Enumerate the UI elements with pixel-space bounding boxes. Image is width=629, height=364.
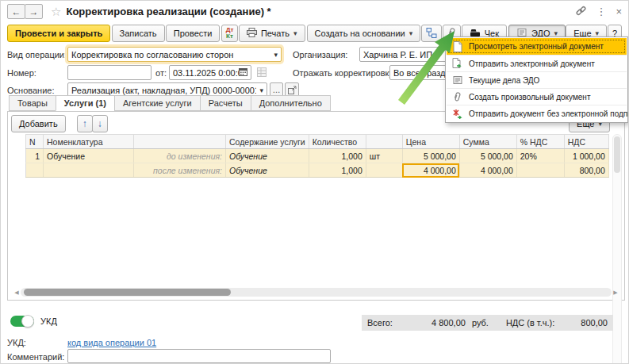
back-button[interactable]: ← [7, 4, 25, 19]
calendar-icon[interactable] [239, 67, 247, 78]
tab-goods[interactable]: Товары [9, 95, 56, 111]
vertical-scrollbar-thumb[interactable] [614, 136, 620, 173]
cell-price[interactable]: 5 000,00 [402, 149, 459, 163]
comment-label: Комментарий: [7, 352, 64, 362]
cell-vat-rate[interactable]: 20% [516, 149, 564, 163]
chevron-down-icon: ▾ [259, 86, 263, 94]
dropdown-caret: ▾ [293, 29, 297, 37]
get-link-icon[interactable] [576, 6, 586, 18]
col-unit [366, 135, 402, 149]
number-label: Номер: [7, 68, 36, 78]
horizontal-scrollbar[interactable]: ◀ ▶ [13, 287, 619, 297]
cell-vat[interactable]: 800,00 [564, 163, 608, 178]
date-input[interactable]: 03.11.2025 0:00:00 [169, 65, 251, 80]
col-vat: НДС [564, 135, 608, 149]
ukd-toggle[interactable] [10, 316, 34, 327]
move-down-button[interactable]: ↓ [92, 115, 108, 132]
print-button[interactable]: Печать▾ [239, 25, 305, 42]
table-row: 1 Обучение до изменения: Обучение 1,000 … [26, 149, 609, 163]
vertical-scrollbar[interactable] [612, 134, 622, 364]
cell-unit[interactable]: шт [366, 149, 402, 163]
ukd-operation-code-link[interactable]: код вида операции 01 [67, 338, 156, 347]
services-table: N Номенклатура Содержание услуги Количес… [25, 134, 609, 178]
tab-services[interactable]: Услуги (1) [56, 95, 114, 111]
window-menu-dots-icon[interactable]: ⋮ [596, 6, 606, 17]
tab-settlements[interactable]: Расчеты [200, 95, 251, 111]
cell-nomenclature[interactable]: Обучение [44, 149, 134, 163]
number-input[interactable] [67, 65, 151, 80]
close-icon[interactable]: × [616, 6, 622, 17]
titlebar: ← → ☆ Корректировка реализации (создание… [1, 1, 628, 22]
document-icon [451, 41, 463, 52]
menu-item-send-edocument[interactable]: Отправить электронный документ [447, 55, 627, 71]
cell-vat[interactable]: 1 000,00 [564, 149, 608, 163]
col-price: Цена [402, 135, 459, 149]
col-n: N [26, 135, 44, 149]
col-change [134, 135, 226, 149]
register-grid-icon [257, 67, 267, 79]
cell-sum[interactable]: 4 000,00 [459, 163, 516, 178]
currency-label: руб. [472, 318, 489, 328]
col-sum: Сумма [459, 135, 516, 149]
forward-button[interactable]: → [25, 4, 43, 19]
scroll-right-icon[interactable]: ▶ [612, 289, 619, 296]
col-qty: Количество [309, 135, 366, 149]
menu-item-send-without-signature[interactable]: Отправить документ без электронной подпи… [447, 105, 627, 121]
cell-n[interactable] [26, 163, 44, 178]
edo-tray-icon [451, 75, 463, 85]
ukd-label: УКД: [7, 338, 26, 347]
post-button[interactable]: Провести [166, 25, 221, 42]
basis-label: Основание: [7, 86, 54, 95]
kt-label: Кт [226, 33, 234, 40]
cell-change-label: до изменения: [134, 149, 226, 163]
menu-item-current-edo-tasks[interactable]: Текущие дела ЭДО [447, 71, 627, 88]
total-value: 4 800,00 [393, 318, 466, 328]
cell-content[interactable]: Обучение [226, 149, 309, 163]
printer-icon [247, 28, 257, 39]
favorite-star-icon[interactable]: ☆ [51, 5, 61, 19]
cell-change-label: после изменения: [134, 163, 226, 178]
cell-content[interactable]: Обучение [226, 163, 309, 178]
services-panel: Добавить ↑ ↓ Еще▾ N Номенклатура Содержа… [7, 111, 625, 301]
structure-icon [426, 28, 437, 40]
col-vat-rate: % НДС [516, 135, 564, 149]
col-nomenclature: Номенклатура [44, 135, 134, 149]
cell-nomenclature[interactable] [44, 163, 134, 178]
create-based-on-button[interactable]: Создать на основании▾ [307, 25, 421, 42]
table-row: после изменения: Обучение 1,000 4 000,00… [26, 163, 609, 178]
scroll-left-icon[interactable]: ◀ [13, 289, 21, 296]
cell-qty[interactable]: 1,000 [309, 163, 366, 178]
grid-toolbar: Добавить ↑ ↓ [11, 115, 108, 132]
table-header-row: N Номенклатура Содержание услуги Количес… [26, 135, 609, 149]
related-documents-button[interactable] [421, 25, 442, 42]
paperclip-icon [451, 92, 463, 102]
cell-qty[interactable]: 1,000 [309, 149, 366, 163]
cell-vat-rate[interactable] [516, 163, 564, 178]
operation-type-select[interactable]: Корректировка по согласованию сторон▾ [67, 47, 282, 62]
tab-agent-services[interactable]: Агентские услуги [114, 95, 200, 111]
vat-total-value: 800,00 [554, 318, 608, 328]
menu-item-create-arbitrary-document[interactable]: Создать произвольный документ [447, 88, 627, 105]
ukd-toggle-label: УКД [40, 316, 57, 326]
comment-input[interactable] [67, 349, 331, 363]
write-button[interactable]: Записать [112, 25, 165, 42]
document-window: ← → ☆ Корректировка реализации (создание… [0, 0, 629, 364]
totals-bar: Всего: 4 800,00 руб. НДС (в т.ч.): 800,0… [362, 315, 613, 331]
total-label: Всего: [367, 318, 393, 328]
no-signature-send-icon [451, 109, 463, 119]
post-and-close-button[interactable]: Провести и закрыть [7, 25, 110, 42]
cell-n[interactable]: 1 [26, 149, 44, 163]
add-row-button[interactable]: Добавить [11, 115, 66, 132]
tab-bar: Товары Услуги (1) Агентские услуги Расче… [9, 95, 331, 111]
move-up-button[interactable]: ↑ [77, 115, 93, 132]
tab-additional[interactable]: Дополнительно [251, 95, 331, 111]
menu-item-view-edocument[interactable]: Просмотреть электронный документ [447, 38, 627, 55]
date-from-label: от: [155, 68, 167, 78]
dtkt-postings-button[interactable]: ДтКт [221, 25, 239, 42]
horizontal-scrollbar-thumb[interactable] [24, 289, 231, 296]
col-content: Содержание услуги [226, 135, 309, 149]
reflect-adjustment-label: Отражать корректировку: [293, 68, 396, 78]
cell-sum[interactable]: 5 000,00 [459, 149, 516, 163]
cell-price-selected[interactable]: 4 000,00 [402, 163, 459, 178]
cell-unit[interactable] [366, 163, 402, 178]
